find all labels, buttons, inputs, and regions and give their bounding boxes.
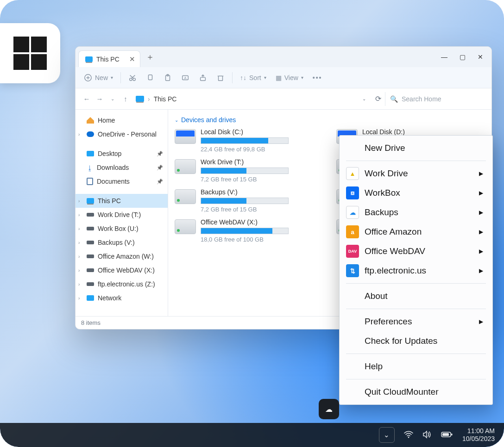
tab-this-pc[interactable]: This PC ✕ xyxy=(78,50,140,67)
tray-overflow-button[interactable]: ⌄ xyxy=(379,427,395,443)
drive-name: Backups (V:) xyxy=(201,188,289,196)
item-count: 8 items xyxy=(81,319,101,326)
recent-dropdown[interactable]: ⌄ xyxy=(106,96,119,101)
svg-point-15 xyxy=(408,436,410,438)
search-icon: 🔍 xyxy=(390,95,398,103)
sidebar-item-label: Work Box (U:) xyxy=(98,225,139,232)
menu-updates[interactable]: Check for Updates xyxy=(340,331,492,351)
minimize-button[interactable]: — xyxy=(441,53,447,61)
sidebar-item-label: Office WebDAV (X:) xyxy=(98,267,155,274)
menu-new-drive[interactable]: New Drive xyxy=(340,138,492,158)
paste-button[interactable] xyxy=(159,71,176,85)
menu-item-label: Preferences xyxy=(365,317,412,327)
maximize-button[interactable]: ▢ xyxy=(460,53,466,61)
chevron-down-icon: ⌄ xyxy=(175,118,178,123)
copy-button[interactable] xyxy=(141,71,159,85)
sidebar-item-label: This PC xyxy=(98,197,121,205)
drive-item[interactable]: Backups (V:)7,2 GB free of 15 GB xyxy=(175,186,323,215)
cut-button[interactable] xyxy=(124,71,141,85)
sidebar-item-backups[interactable]: ›Backups (V:) xyxy=(76,236,168,249)
sidebar-item-label: Office Amazon (W:) xyxy=(98,253,154,260)
menu-help[interactable]: Help xyxy=(340,357,492,376)
folder-icon xyxy=(87,151,94,156)
sidebar-item-label: Backups (V:) xyxy=(98,239,135,246)
menu-item-label: About xyxy=(365,291,388,301)
sidebar-item-home[interactable]: Home xyxy=(76,113,168,127)
gdrive-icon: ▲ xyxy=(346,167,359,180)
chevron-right-icon: ▶ xyxy=(479,229,483,235)
sidebar-item-this-pc[interactable]: ›This PC xyxy=(76,194,168,208)
sort-button[interactable]: ↑↓ Sort ▾ xyxy=(235,71,271,84)
menu-separator xyxy=(346,161,486,161)
usage-bar xyxy=(201,228,289,234)
clock-time: 11:00 AM xyxy=(462,427,495,435)
group-header-devices[interactable]: ⌄ Devices and drives xyxy=(175,116,485,124)
chevron-right-icon: ▶ xyxy=(479,170,483,177)
forward-button[interactable]: → xyxy=(93,95,106,103)
chevron-down-icon: ▾ xyxy=(111,75,113,80)
menu-workbox[interactable]: ⧈WorkBox▶ xyxy=(340,183,492,203)
back-button[interactable]: ← xyxy=(80,95,93,103)
volume-icon[interactable] xyxy=(422,430,432,440)
sidebar-item-documents[interactable]: Documents xyxy=(76,174,168,188)
sidebar-item-downloads[interactable]: ⭳Downloads xyxy=(76,161,168,174)
menu-about[interactable]: About xyxy=(340,286,492,306)
drive-item[interactable]: Local Disk (C:)22,4 GB free of 99,8 GB xyxy=(175,126,323,155)
sort-icon: ↑↓ xyxy=(240,74,246,81)
rename-button[interactable]: A xyxy=(176,71,194,85)
clock[interactable]: 11:00 AM 10/05/2023 xyxy=(462,427,495,443)
sidebar-item-workbox[interactable]: ›Work Box (U:) xyxy=(76,222,168,236)
chevron-down-icon: ▾ xyxy=(301,75,303,80)
menu-work-drive[interactable]: ▲Work Drive▶ xyxy=(340,164,492,183)
close-tab-icon[interactable]: ✕ xyxy=(129,55,135,63)
sidebar-item-label: ftp.electronic.us (Z:) xyxy=(98,280,155,288)
usage-bar xyxy=(201,137,289,144)
sidebar-item-ftp[interactable]: ›ftp.electronic.us (Z:) xyxy=(76,277,168,291)
menu-preferences[interactable]: Preferences▶ xyxy=(340,312,492,331)
menu-backups[interactable]: ☁Backups▶ xyxy=(340,203,492,222)
wifi-icon[interactable] xyxy=(404,431,413,440)
address-dropdown[interactable]: ⌄ xyxy=(357,96,371,101)
refresh-button[interactable]: ⟳ xyxy=(371,94,385,103)
menu-ftp[interactable]: ⇅ftp.electronic.us▶ xyxy=(340,261,492,280)
share-button[interactable] xyxy=(194,71,212,85)
more-button[interactable]: ••• xyxy=(308,71,327,84)
sidebar-item-label: Network xyxy=(98,294,121,302)
drive-name: Local Disk (D:) xyxy=(362,128,450,136)
menu-quit[interactable]: Quit CloudMounter xyxy=(340,382,492,402)
tray-app-cloudmounter[interactable]: ☁ xyxy=(319,399,339,419)
chevron-right-icon: › xyxy=(78,254,80,259)
home-icon xyxy=(87,117,94,124)
sidebar-item-amazon[interactable]: ›Office Amazon (W:) xyxy=(76,249,168,263)
sidebar-item-desktop[interactable]: Desktop xyxy=(76,147,168,161)
up-button[interactable]: ↑ xyxy=(119,95,132,103)
chevron-right-icon: › xyxy=(78,212,80,217)
pc-icon xyxy=(136,96,144,102)
copy-icon xyxy=(146,74,154,82)
menu-item-label: Office Amazon xyxy=(365,227,422,237)
sidebar-item-webdav[interactable]: ›Office WebDAV (X:) xyxy=(76,263,168,277)
drive-item[interactable]: Office WebDAV (X:)18,0 GB free of 100 GB xyxy=(175,217,323,245)
onedrive-icon: ☁ xyxy=(346,206,359,219)
sidebar-item-network[interactable]: ›Network xyxy=(76,291,168,305)
menu-item-label: New Drive xyxy=(365,143,405,153)
close-button[interactable]: ✕ xyxy=(478,53,483,61)
new-button[interactable]: New ▾ xyxy=(79,71,118,85)
search-input[interactable]: 🔍 Search Home xyxy=(385,92,487,106)
delete-button[interactable] xyxy=(212,71,229,85)
view-button[interactable]: ▦ View ▾ xyxy=(271,71,308,84)
sidebar-item-label: Home xyxy=(98,117,115,124)
menu-amazon[interactable]: aOffice Amazon▶ xyxy=(340,222,492,242)
menu-item-label: WorkBox xyxy=(365,188,400,198)
sidebar-item-onedrive[interactable]: ›OneDrive - Personal xyxy=(76,127,168,141)
svg-rect-12 xyxy=(201,77,206,81)
battery-icon[interactable] xyxy=(441,431,453,439)
drive-item[interactable]: Work Drive (T:)7,2 GB free of 15 GB xyxy=(175,156,323,185)
usage-bar xyxy=(201,198,289,204)
titlebar: This PC ✕ ＋ — ▢ ✕ xyxy=(76,47,491,67)
new-tab-button[interactable]: ＋ xyxy=(143,51,157,62)
menu-webdav[interactable]: DAVOffice WebDAV▶ xyxy=(340,242,492,261)
sidebar-item-workdrive[interactable]: ›Work Drive (T:) xyxy=(76,208,168,222)
sidebar-item-label: Downloads xyxy=(97,164,129,171)
breadcrumb[interactable]: This PC xyxy=(154,95,177,103)
